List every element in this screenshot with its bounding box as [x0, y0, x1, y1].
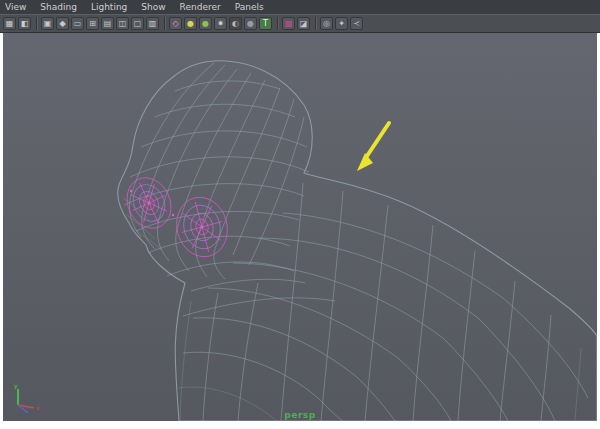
shaded-icon[interactable]: ●	[184, 17, 197, 30]
backface-icon[interactable]: ◪	[297, 17, 310, 30]
menu-shading[interactable]: Shading	[40, 0, 77, 14]
isolate-select-icon[interactable]: ◎	[320, 17, 333, 30]
camera-icon[interactable]: ▣	[41, 17, 54, 30]
lighting-toggle-icon[interactable]: ✷	[214, 17, 227, 30]
menu-lighting[interactable]: Lighting	[91, 0, 127, 14]
grid-layout-icon[interactable]: ▦	[3, 17, 16, 30]
bookmark-icon[interactable]: ◆	[56, 17, 69, 30]
camera-label: persp	[3, 410, 597, 420]
toolbar-separator	[315, 17, 317, 30]
safe-title-icon[interactable]: ▥	[146, 17, 159, 30]
share-icon[interactable]: ≺	[350, 17, 363, 30]
svg-text:y: y	[14, 382, 18, 390]
panel-toolbar: ▦◧▣◆▭⊞▤◫▢▥◇●●✷◐●T▩◪◎✦≺	[0, 14, 600, 33]
annotation-arrow	[343, 113, 403, 183]
perspective-viewport[interactable]: y x persp	[3, 33, 597, 421]
safe-action-icon[interactable]: ▢	[131, 17, 144, 30]
menu-show[interactable]: Show	[141, 0, 165, 14]
toolbar-separator	[277, 17, 279, 30]
panel-menu-bar: View Shading Lighting Show Renderer Pane…	[0, 0, 600, 14]
textured-shaded-icon[interactable]: ●	[199, 17, 212, 30]
menu-view[interactable]: View	[5, 0, 26, 14]
menu-renderer[interactable]: Renderer	[180, 0, 221, 14]
single-pane-icon[interactable]: ◧	[18, 17, 31, 30]
default-material-icon[interactable]: ●	[244, 17, 257, 30]
textured-letter-icon[interactable]: T	[259, 17, 272, 30]
xray-icon[interactable]: ▩	[282, 17, 295, 30]
maya-window: View Shading Lighting Show Renderer Pane…	[0, 0, 600, 429]
plugin-icon[interactable]: ✦	[335, 17, 348, 30]
menu-panels[interactable]: Panels	[235, 0, 264, 14]
toolbar-separator	[164, 17, 166, 30]
shadows-icon[interactable]: ◐	[229, 17, 242, 30]
wireframe-model	[3, 33, 597, 421]
resolution-gate-icon[interactable]: ⊞	[86, 17, 99, 30]
gate-mask-icon[interactable]: ▤	[101, 17, 114, 30]
field-chart-icon[interactable]: ◫	[116, 17, 129, 30]
toolbar-separator	[36, 17, 38, 30]
wireframe-icon[interactable]: ◇	[169, 17, 182, 30]
film-gate-icon[interactable]: ▭	[71, 17, 84, 30]
